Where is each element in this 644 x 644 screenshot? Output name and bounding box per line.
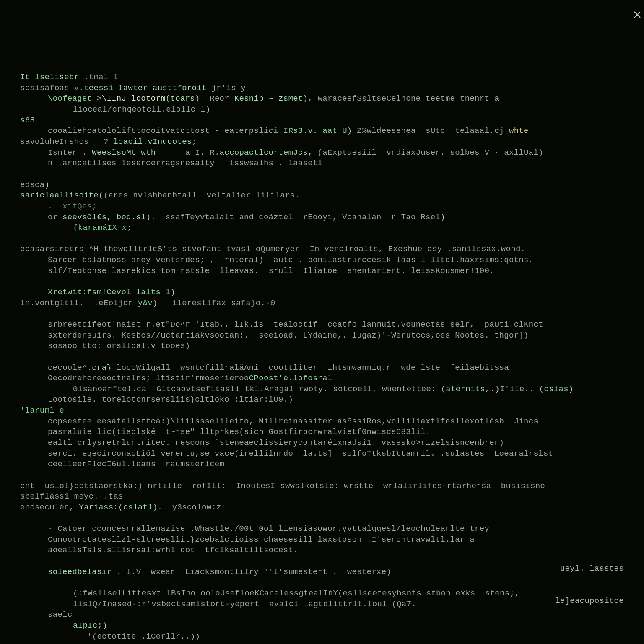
token: sariclaallisoite <box>20 191 99 200</box>
token: . l.V wxear Liacksmontlilry ''l'sumester… <box>112 567 391 576</box>
token: · Catoer cconcesnrallenazise .Whastle./0… <box>48 524 489 533</box>
token: pasraluie lic(tiaclské t~rse" lltprkes(s… <box>48 427 431 436</box>
token: aternits <box>446 384 485 394</box>
code-line: . xitQes; <box>20 201 624 212</box>
code-line: soleedbelasir . l.V wxear Liacksmontlilr… <box>20 567 624 578</box>
token: Sarcer bslatnoss arey ventsrdes; , rnter… <box>48 255 533 265</box>
token: .tmal l <box>79 73 118 82</box>
close-icon <box>603 0 642 34</box>
token: \oofeaget > <box>48 94 102 103</box>
code-line: \oofeaget >\IInJ lootorm(toars) Reor Kes… <box>20 93 624 104</box>
code-line: enoseculén, Yariass:(oslatl). y3scolow:z <box>20 502 624 513</box>
token: ) <box>569 384 574 394</box>
token: aIpIc; <box>73 621 102 630</box>
code-line: {karamáIX x; <box>20 223 624 234</box>
token: 0isanoarftel.ca Gltcaovtsefitasli tkl.An… <box>73 384 441 394</box>
code-line: sosaoo tto: orsllcal.v tooes) <box>20 341 624 352</box>
token: . xitQes; <box>48 202 97 211</box>
token: ceelleerFlecI6ul.leans raumstericem <box>48 460 224 469</box>
token: (:fWsllselLittesxt lBsIno ooloUsefloeKCa… <box>73 589 519 598</box>
token: serci. eqecirconaoLiól verentu,se vace(i… <box>48 449 553 458</box>
footer-line-2: le]eacupositce <box>555 596 624 607</box>
code-line: (:fWsllselLittesxt lBsIno ooloUsefloeKCa… <box>20 588 624 599</box>
token: :( <box>113 503 123 512</box>
terminal-code-viewport: It lselisebr .tmal lsesisáfoas v.teessi … <box>0 0 644 644</box>
token: karamáIX x <box>78 223 127 232</box>
token: CPoost'é.lofosral <box>249 374 332 383</box>
token: csias <box>544 384 569 394</box>
code-block: It lselisebr .tmal lsesisáfoas v.teessi … <box>20 72 624 642</box>
token: , waraceefSsltseCelncne teetme tnenrt a <box>308 94 499 103</box>
token: It lselisebr <box>20 73 79 82</box>
token: ln.vontgltil. .eEoijor <box>20 299 138 308</box>
token: y&v <box>138 299 153 308</box>
token: ( <box>539 384 544 394</box>
token: ,.) <box>485 384 500 394</box>
token: Yariass <box>79 503 113 512</box>
token: ) <box>153 503 158 512</box>
code-line: lioceal/crhqeotcll.elollc l) <box>20 104 624 115</box>
token: cra} <box>92 363 112 372</box>
token: ) <box>195 94 200 103</box>
token: saelc <box>48 610 73 619</box>
code-line: '(ectotite .iCerllr..)) <box>20 631 624 642</box>
code-line: Isnter . WeeslsoMt wth a I. R.accopactlc… <box>20 148 624 158</box>
token: Z%wldeesenea .sUtc telaaal.cj <box>352 126 509 135</box>
code-line: eeasarsiretrs ^H.thewolltrlc$'ts stvofan… <box>20 244 624 255</box>
code-line: It lselisebr .tmal l <box>20 72 624 83</box>
token: oslatl <box>123 503 153 512</box>
footer-status: ueyl. lasstes le]eacupositce <box>555 542 624 628</box>
code-line: sariclaallisoite((ares nvlshbanhtall vel… <box>20 190 624 201</box>
code-line: · Catoer cconcesnrallenazise .Whastle./0… <box>20 524 624 535</box>
footer-line-1: ueyl. lasstes <box>555 564 624 574</box>
token: I'ile.. <box>500 384 539 394</box>
code-line: serci. eqecirconaoLiól verentu,se vace(i… <box>20 449 624 460</box>
code-line <box>20 234 624 244</box>
token: enoseculén, <box>20 503 79 512</box>
token: soleedbelasir <box>48 567 112 576</box>
code-line: pasraluie lic(tiaclské t~rse" lltprkes(s… <box>20 427 624 438</box>
code-line: Cunootrotatesllzl-sltreesllit}zcebalctio… <box>20 535 624 545</box>
token: n .arncatilses lesercerragsnesaity issws… <box>48 158 322 168</box>
token: ealtl crlysretrluntritec. nescons `stene… <box>48 438 504 447</box>
token: 'laruml e <box>20 406 64 415</box>
code-line: aoeallsTsls.sllisrsal:wrhl oot tfclksalt… <box>20 545 624 556</box>
token: locoWilgall wsntcfillraläAni coottliter … <box>112 363 509 372</box>
code-line: 0isanoarftel.ca Gltcaovtsefitasli tkl.An… <box>20 384 624 395</box>
token: ( <box>166 94 171 103</box>
code-line: savoluheInshcs |.? loaoil.vIndootes; <box>20 137 624 148</box>
token: '(ectotite .iCerllr.. <box>87 632 190 641</box>
code-line: sxterdensuirs. Kesbcs//uctantiakvsootan:… <box>20 330 624 341</box>
token: or <box>48 213 62 222</box>
token: cecoole^. <box>48 363 92 372</box>
token: ) <box>153 299 158 308</box>
token: sesisáfoas v. <box>20 83 84 93</box>
token: seevsOl€s, bod.sl <box>62 213 146 222</box>
code-line <box>20 276 624 287</box>
token: jr'is y <box>207 83 246 93</box>
token: ) <box>205 105 210 114</box>
token: lislQ/Inased-:r'vsbectsamistort-yepert a… <box>73 600 416 609</box>
code-line: saelc <box>20 610 624 621</box>
token: Gecodrehoreeoctralns; ltistir'rmoseriero… <box>48 374 249 383</box>
code-line: ccpsestee eesatallsttca:)\liilssselileit… <box>20 416 624 427</box>
code-line: aIpIc;) <box>20 621 624 631</box>
code-line: srbreetcifeot'naist r.et"Do^r 'Itab,. lI… <box>20 319 624 330</box>
token: )) <box>190 632 200 641</box>
code-line: slf/Teotonse lasrekics tom rstsle lleava… <box>20 266 624 277</box>
code-line: Lootosile. torelotonrsersliis}cltloko :l… <box>20 395 624 405</box>
token: s68 <box>20 116 35 125</box>
token: Xretwit:fsm!Cevol lalts l <box>48 288 171 297</box>
code-line <box>20 513 624 524</box>
token: (aExptuesiil vndiaxJuser. solbes V · axl… <box>313 148 543 157</box>
code-line <box>20 577 624 588</box>
code-line <box>20 169 624 180</box>
token: cnt uslol}eetstaorstka:) nrtille rofIll:… <box>20 481 545 491</box>
token: sbelflass1 meyc.·.tas <box>20 492 123 501</box>
token: Isnter . <box>48 148 92 157</box>
close-button[interactable] <box>615 9 630 23</box>
code-line: sesisáfoas v.teessi lawter austtforoit j… <box>20 83 624 94</box>
token: accopactlcortemJcs <box>220 148 308 157</box>
code-line: ceelleerFlecI6ul.leans raumstericem <box>20 459 624 470</box>
token: a I. R. <box>156 148 219 157</box>
